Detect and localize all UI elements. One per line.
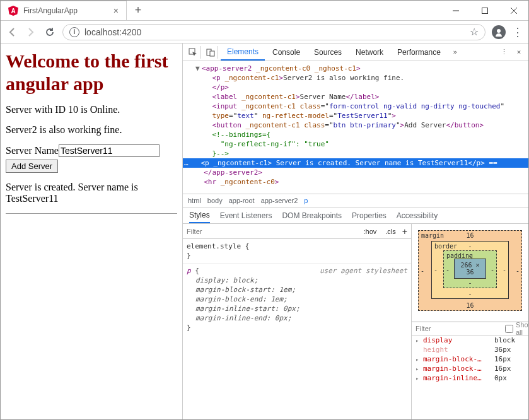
- maximize-button[interactable]: [470, 1, 499, 20]
- computed-row: height36px: [412, 345, 528, 354]
- server-name-label: Server Name: [6, 145, 59, 156]
- new-rule-icon[interactable]: +: [402, 226, 407, 236]
- tab-elements[interactable]: Elements: [221, 44, 265, 61]
- inspect-icon[interactable]: [185, 46, 201, 59]
- more-tabs-icon[interactable]: »: [448, 48, 462, 56]
- selected-element: … <p _ngcontent-c1> Server is created. S…: [183, 158, 528, 168]
- close-window-button[interactable]: [499, 1, 528, 20]
- computed-row: ▸displayblock: [412, 335, 528, 345]
- cls-toggle[interactable]: .cls: [383, 228, 398, 235]
- crumb-app-root[interactable]: app-root: [229, 197, 255, 204]
- titlebar: A FirstAngularApp × +: [1, 1, 528, 21]
- bookmark-icon[interactable]: ☆: [470, 26, 479, 38]
- styles-filter-row: :hov .cls +: [183, 224, 411, 239]
- breadcrumbs[interactable]: html body app-root app-server2 p: [183, 194, 528, 207]
- styles-body: :hov .cls + element.style { } user agent…: [183, 224, 528, 419]
- tab-console[interactable]: Console: [266, 44, 306, 61]
- server1-text: Server with ID 10 is Online.: [6, 104, 177, 115]
- styles-tab-styles[interactable]: Styles: [189, 207, 210, 223]
- add-server-button[interactable]: Add Server: [6, 160, 58, 173]
- styles-tab-accessibility[interactable]: Accessibility: [397, 211, 438, 220]
- box-model: margin 16 16 - - border - - - -: [412, 224, 528, 322]
- show-all-label: Show all: [516, 321, 528, 336]
- window-controls: [441, 1, 528, 20]
- close-tab-icon[interactable]: ×: [113, 6, 119, 16]
- browser-tab[interactable]: A FirstAngularApp ×: [1, 1, 127, 20]
- browser-menu-icon[interactable]: ⋮: [512, 25, 523, 39]
- svg-rect-1: [482, 8, 488, 13]
- show-all-checkbox[interactable]: [505, 325, 513, 333]
- computed-row: ▸margin-block-…16px: [412, 364, 528, 373]
- minimize-button[interactable]: [441, 1, 470, 20]
- server-name-input[interactable]: [59, 144, 160, 157]
- styles-tab-event-listeners[interactable]: Event Listeners: [220, 211, 272, 220]
- tab-sources[interactable]: Sources: [308, 44, 348, 61]
- styles-panel: :hov .cls + element.style { } user agent…: [183, 224, 412, 419]
- back-button[interactable]: [6, 26, 18, 38]
- page-heading: Welcome to the first angular app: [6, 50, 177, 95]
- computed-row: ▸margin-inline…0px: [412, 373, 528, 383]
- site-info-icon[interactable]: i: [69, 27, 79, 37]
- css-rules[interactable]: element.style { } user agent stylesheet …: [183, 239, 411, 419]
- computed-list[interactable]: ▸displayblock height36px ▸margin-block-……: [412, 335, 528, 419]
- server-created-text: Server is created. Server name is TestSe…: [6, 182, 177, 204]
- box-content: 266 × 36: [454, 259, 486, 279]
- crumb-body[interactable]: body: [207, 197, 223, 204]
- tab-title: FirstAngularApp: [23, 6, 108, 15]
- styles-tab-dom-breakpoints[interactable]: DOM Breakpoints: [282, 211, 342, 220]
- divider: [6, 213, 177, 214]
- elements-tree[interactable]: ▼<app-server2 _ngcontent-c0 _nghost-c1> …: [183, 61, 528, 194]
- devtools: Elements Console Sources Network Perform…: [182, 44, 528, 419]
- computed-filter-row: Show all: [412, 322, 528, 335]
- crumb-app-server2[interactable]: app-server2: [261, 197, 298, 204]
- forward-button[interactable]: [25, 26, 37, 38]
- svg-rect-7: [210, 51, 214, 56]
- styles-tabs: Styles Event Listeners DOM Breakpoints P…: [183, 207, 528, 224]
- svg-point-4: [497, 29, 501, 33]
- crumb-html[interactable]: html: [188, 197, 201, 204]
- server2-text: Server2 is also working fine.: [6, 124, 177, 136]
- tab-network[interactable]: Network: [349, 44, 390, 61]
- address-bar[interactable]: i localhost:4200 ☆: [62, 24, 485, 40]
- computed-filter-input[interactable]: [416, 325, 503, 332]
- devtools-tabs: Elements Console Sources Network Perform…: [183, 44, 528, 61]
- devtools-close-icon[interactable]: ×: [512, 48, 526, 56]
- computed-row: ▸margin-block-…16px: [412, 354, 528, 364]
- new-tab-button[interactable]: +: [127, 1, 149, 20]
- profile-avatar[interactable]: [492, 25, 506, 39]
- devtools-menu-icon[interactable]: ⋮: [497, 48, 511, 56]
- computed-panel: margin 16 16 - - border - - - -: [412, 224, 528, 419]
- styles-filter-input[interactable]: [187, 228, 358, 235]
- browser-window: A FirstAngularApp × + i localhost:4200 ☆…: [0, 0, 529, 420]
- crumb-p[interactable]: p: [304, 197, 308, 204]
- browser-toolbar: i localhost:4200 ☆ ⋮: [1, 21, 528, 44]
- angular-icon: A: [8, 6, 18, 16]
- page-content: Welcome to the first angular app Server …: [1, 44, 182, 419]
- reload-button[interactable]: [44, 26, 56, 38]
- url-text: localhost:4200: [84, 27, 141, 37]
- content-split: Welcome to the first angular app Server …: [1, 44, 528, 419]
- device-toggle-icon[interactable]: [203, 46, 218, 59]
- hov-toggle[interactable]: :hov: [361, 228, 380, 235]
- styles-tab-properties[interactable]: Properties: [352, 211, 387, 220]
- ua-stylesheet-label: user agent stylesheet: [320, 266, 407, 276]
- tab-performance[interactable]: Performance: [391, 44, 447, 61]
